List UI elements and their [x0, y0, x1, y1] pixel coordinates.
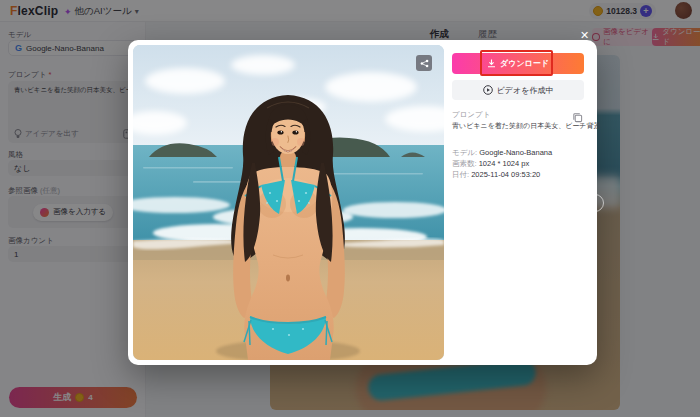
modal-prompt-label: プロンプト	[452, 110, 490, 120]
create-video-button[interactable]: ビデオを作成中	[452, 80, 584, 100]
detail-row-size: 画素数: 1024 * 1024 px	[452, 159, 529, 169]
detail-row-date: 日付: 2025-11-04 09:53:20	[452, 170, 540, 180]
close-icon[interactable]: ✕	[580, 29, 589, 42]
create-video-label: ビデオを作成中	[497, 85, 554, 96]
beach-woman-illustration	[133, 45, 444, 360]
share-button[interactable]	[416, 55, 432, 71]
flexclip-app: FFlexCliplexClip ✦ 他のAIツール ▾ 10128.3 + モ…	[0, 0, 700, 417]
download-icon	[487, 59, 496, 68]
detail-row-model: モデル: Google-Nano-Banana	[452, 148, 552, 158]
image-result-modal: ダウンロード ビデオを作成中 プロンプト 青いビキニを着た笑顔の日本美女、ビーチ…	[128, 40, 597, 365]
share-icon	[420, 59, 429, 68]
download-button-modal[interactable]: ダウンロード	[452, 53, 584, 74]
play-circle-icon	[483, 85, 493, 95]
download-label: ダウンロード	[500, 58, 549, 69]
generated-photo	[133, 45, 444, 360]
modal-prompt-text: 青いビキニを着た笑顔の日本美女、ビーチ背景	[452, 121, 598, 131]
